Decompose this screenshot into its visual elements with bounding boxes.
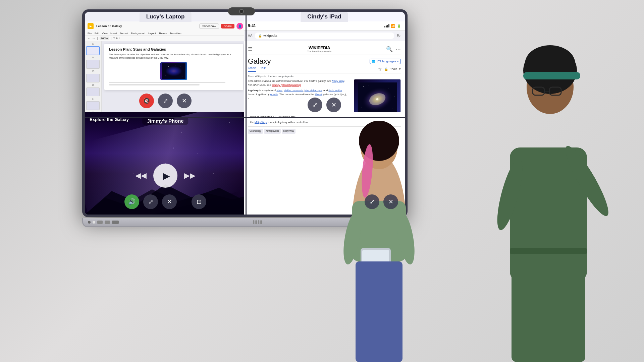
webcam-lens — [239, 9, 244, 14]
svg-point-11 — [363, 86, 364, 87]
slide-galaxy-image — [160, 62, 187, 80]
wiki-article-title: Galaxy 🌐 172 languages ▾ — [248, 57, 401, 66]
stand-speaker — [253, 220, 262, 224]
cindy-action-buttons: ⤢ ✕ — [308, 98, 341, 112]
cindy-lower-action-buttons: ⤢ ✕ — [365, 194, 398, 209]
quadrant-cindy-ipad: Cindy's iPad 9:41 📶 🔋 AA — [244, 12, 405, 118]
display-stand — [82, 218, 408, 227]
languages-badge[interactable]: 🌐 172 languages ▾ — [370, 59, 401, 64]
close-button-cindy[interactable]: ✕ — [326, 98, 341, 112]
svg-point-13 — [362, 107, 362, 108]
stand-usb-port-2 — [105, 221, 110, 224]
star-icon[interactable]: ☆ — [378, 66, 382, 72]
search-icon[interactable]: 🔍 — [386, 46, 393, 52]
play-button[interactable]: ▶ — [153, 164, 177, 188]
menu-theme[interactable]: Theme — [159, 32, 167, 35]
menu-insert[interactable]: Insert — [110, 32, 117, 35]
quadrant-lucy-laptop: Lucy's Laptop ▶ Lesson 3 : Galaxy Slides… — [85, 12, 246, 118]
more-icon[interactable]: ⋯ — [395, 46, 401, 52]
wifi-icon: 📶 — [391, 24, 395, 28]
resize-button-lucy[interactable]: ⤢ — [158, 94, 173, 108]
tools-button[interactable]: Tools — [390, 67, 397, 71]
menu-transition[interactable]: Transition — [170, 32, 181, 35]
galaxy-svg — [162, 63, 185, 79]
slides-sidebar: 13 14 15 16 17 — [85, 41, 102, 117]
forward-button[interactable]: ▶▶ — [184, 171, 196, 180]
slide-subtitle: This lesson plan includes the objectives… — [109, 53, 238, 60]
stand-led-1 — [88, 221, 91, 224]
tab-talk[interactable]: Talk — [260, 66, 266, 72]
webcam — [228, 7, 255, 15]
vertical-divider — [246, 12, 247, 215]
resize-button-jimmy[interactable]: ⤢ — [143, 194, 158, 209]
wiki-from-line: From Wikipedia, the free encyclopedia — [248, 75, 401, 78]
svg-point-5 — [182, 76, 182, 76]
display-board: Lucy's Laptop ▶ Lesson 3 : Galaxy Slides… — [82, 9, 408, 217]
svg-point-3 — [180, 66, 181, 66]
text-size-icon[interactable]: AA — [248, 34, 252, 38]
video-controls: ◀◀ ▶ ▶▶ — [135, 164, 196, 188]
menu-view[interactable]: View — [102, 32, 108, 35]
share-button[interactable]: Share — [221, 24, 234, 28]
slide-thumb-2[interactable] — [86, 60, 100, 69]
horizontal-divider — [85, 117, 405, 118]
stand-icon-right — [396, 220, 402, 224]
wiki-note: This article is about the astronomical s… — [248, 79, 348, 87]
quadrant-cindy-lower: ...ining an estimated 170-200 billion st… — [244, 112, 405, 215]
resize-button-cindy[interactable]: ⤢ — [308, 98, 322, 112]
svg-point-14 — [392, 109, 393, 109]
slides-menu: File Edit View Insert Format Background … — [85, 31, 246, 36]
svg-point-12 — [388, 88, 389, 88]
galaxy-spiral-svg — [357, 82, 397, 116]
signal-icon — [384, 24, 389, 27]
menu-format[interactable]: Format — [120, 32, 128, 35]
tools-chevron[interactable]: ▾ — [399, 67, 401, 71]
slide-thumb-4[interactable] — [86, 87, 100, 96]
stand-hdmi-port — [112, 221, 119, 224]
close-button-jimmy[interactable]: ✕ — [162, 194, 177, 209]
menu-background[interactable]: Background — [131, 32, 145, 35]
mute-button-lucy[interactable]: 🔇 — [139, 94, 154, 108]
slide-title: Lesson Plan: Stars and Galaxies — [109, 47, 238, 51]
slide-thumb-5[interactable] — [86, 101, 100, 110]
slides-toolbar: ▶ Lesson 3 : Galaxy Slideshow Share 👤 — [85, 21, 246, 31]
svg-point-16 — [394, 96, 394, 97]
slide-thumb-1[interactable] — [86, 46, 100, 55]
unmute-button-jimmy[interactable]: 🔊 — [124, 194, 139, 209]
wiki-image-container: NGC 4414, a spiral galaxy in the constel… — [354, 79, 401, 118]
ipad-url-bar: AA 🔒 wikipedia ↻ — [244, 31, 405, 41]
cindy-tab: Cindy's iPad — [301, 12, 348, 22]
rewind-button[interactable]: ◀◀ — [135, 171, 147, 180]
lucy-action-buttons: 🔇 ⤢ ✕ — [139, 94, 192, 108]
stand-icon — [396, 220, 402, 224]
menu-layout[interactable]: Layout — [148, 32, 156, 35]
svg-point-2 — [168, 66, 169, 67]
jimmy-action-buttons: 🔊 ⤢ ✕ ⊡ — [124, 194, 206, 209]
screen-button-jimmy[interactable]: ⊡ — [192, 194, 206, 209]
reload-icon[interactable]: ↻ — [397, 33, 401, 39]
svg-point-15 — [369, 85, 369, 85]
ipad-time: 9:41 — [248, 23, 256, 28]
slides-toolbar-2: ← → | 100% | T B I — [85, 36, 246, 41]
menu-edit[interactable]: Edit — [95, 32, 99, 35]
slideshow-button[interactable]: Slideshow — [199, 23, 219, 29]
battery-icon: 🔋 — [397, 24, 401, 28]
close-button-cindy-lower[interactable]: ✕ — [383, 194, 398, 209]
slide-lines — [109, 82, 238, 85]
close-button-lucy[interactable]: ✕ — [177, 94, 192, 108]
slide-thumb-3[interactable] — [86, 74, 100, 82]
slide-page: Lesson Plan: Stars and Galaxies This les… — [104, 44, 243, 90]
stand-usb-port — [97, 221, 103, 224]
user-avatar: 👤 — [236, 23, 243, 29]
wiki-tabs: Article Talk ☆ 🔒 Tools ▾ — [248, 66, 401, 73]
tab-article[interactable]: Article — [248, 66, 256, 72]
resize-button-cindy-lower[interactable]: ⤢ — [365, 194, 379, 209]
status-icons: 📶 🔋 — [384, 24, 401, 28]
lock-icon: 🔒 — [384, 67, 388, 71]
stand-led-2 — [93, 221, 95, 224]
url-field[interactable]: 🔒 wikipedia — [255, 33, 394, 39]
svg-point-6 — [175, 65, 176, 65]
hamburger-icon[interactable]: ☰ — [248, 46, 253, 52]
menu-file[interactable]: File — [88, 32, 92, 35]
slides-app-icon: ▶ — [88, 23, 94, 29]
